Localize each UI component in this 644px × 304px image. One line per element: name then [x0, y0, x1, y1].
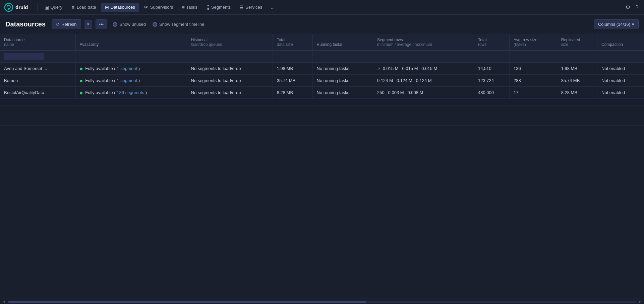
filter-compaction-cell	[597, 51, 644, 63]
datasources-table: Datasource name Availability Historical …	[0, 34, 644, 179]
cell-replicated-size-2: 8.28 MB	[557, 87, 597, 99]
availability-text-2: Fully available	[85, 90, 113, 95]
supervisors-icon: 👁	[144, 5, 149, 10]
nav-item-more-label: ...	[271, 5, 275, 10]
nav-item-more[interactable]: ...	[267, 3, 279, 12]
cell-compaction-0: Not enabled	[597, 63, 644, 75]
scroll-right-arrow[interactable]: ▶	[637, 300, 643, 303]
columns-chevron-icon: ▾	[632, 22, 634, 27]
filter-availability-cell	[75, 51, 187, 63]
columns-button[interactable]: Columns (14/16) ▾	[594, 19, 639, 29]
seg-avg-2: 0.003 M	[388, 90, 404, 95]
table-row[interactable]: Avon and Somerset ... Fully available ( …	[0, 63, 644, 75]
col-total-data-size: Total data size	[273, 34, 312, 51]
cell-segment-rows-2: 250 0.003 M 0.008 M	[373, 87, 474, 99]
show-segment-timeline-toggle[interactable]: Show segment timeline	[153, 22, 204, 27]
col-segment-rows: Segment rows minimum / average / maximum	[373, 34, 474, 51]
datasource-name-text-2: BristolAirQualityData	[4, 90, 44, 95]
horizontal-scrollbar: ◀ ▶	[0, 299, 644, 304]
col-compaction: Compaction	[597, 34, 644, 51]
nav-item-segments[interactable]: ⣿ Segments	[202, 3, 235, 12]
cell-historical-2: No segments to load/drop	[187, 87, 273, 99]
datasource-name-text-0: Avon and Somerset ...	[4, 66, 47, 71]
nav-item-query-label: Query	[51, 5, 62, 10]
col-datasource-name: Datasource name	[0, 34, 75, 51]
druid-logo-icon	[4, 3, 13, 12]
cell-historical-1: No segments to load/drop	[187, 75, 273, 87]
availability-link-2[interactable]: 186 segments	[117, 90, 144, 95]
cell-avg-row-size-0: 136	[510, 63, 557, 75]
availability-link-1[interactable]: 1 segment	[117, 78, 137, 83]
cell-total-rows-2: 480,000	[474, 87, 509, 99]
nav-item-supervisors[interactable]: 👁 Supervisors	[140, 3, 177, 12]
topnav-right: ⚙ ?	[624, 3, 640, 12]
datasources-icon: ⊞	[105, 5, 109, 10]
availability-dot-1	[80, 80, 82, 82]
table-row[interactable]: BristolAirQualityData Fully available ( …	[0, 87, 644, 99]
empty-row-4	[0, 152, 644, 179]
filter-avg-row-size-cell	[510, 51, 557, 63]
availability-dot-2	[80, 92, 82, 94]
show-segment-timeline-label: Show segment timeline	[159, 22, 204, 27]
columns-label: Columns (14/16)	[598, 22, 630, 27]
seg-avg-1: 0.124 M	[397, 78, 412, 83]
nav-item-datasources-label: Datasources	[111, 5, 135, 10]
page-header: Datasources ↺ Refresh ▾ ••• Show unused …	[0, 15, 644, 34]
seg-min-0: 0.015 M	[383, 66, 399, 71]
nav-item-services[interactable]: ☰ Services	[235, 3, 266, 12]
empty-row-3	[0, 126, 644, 152]
availability-text-0: Fully available	[85, 66, 113, 71]
cell-running-tasks-2: No running tasks	[312, 87, 373, 99]
more-options-button[interactable]: •••	[96, 19, 108, 29]
nav-item-supervisors-label: Supervisors	[150, 5, 173, 10]
empty-row-2	[0, 105, 644, 126]
scroll-left-arrow[interactable]: ◀	[1, 300, 7, 303]
cell-compaction-2: Not enabled	[597, 87, 644, 99]
refresh-button[interactable]: ↺ Refresh	[52, 19, 81, 29]
nav-item-segments-label: Segments	[211, 5, 231, 10]
nav-item-datasources[interactable]: ⊞ Datasources	[101, 3, 139, 12]
logo[interactable]: druid	[4, 3, 28, 12]
cell-total-rows-1: 123,724	[474, 75, 509, 87]
availability-link-0[interactable]: 1 segment	[117, 66, 137, 71]
nav-items: ▣ Query ⬆ Load data ⊞ Datasources 👁 Supe…	[41, 3, 625, 12]
table-container: Datasource name Availability Historical …	[0, 34, 644, 299]
cell-availability-1: Fully available ( 1 segment )	[75, 75, 187, 87]
refresh-icon: ↺	[56, 22, 60, 27]
filter-replicated-cell	[557, 51, 597, 63]
arrow-icon-0: ↗	[377, 67, 380, 71]
nav-item-load-data[interactable]: ⬆ Load data	[67, 3, 100, 12]
cell-datasource-name-0: Avon and Somerset ...	[0, 63, 75, 75]
nav-item-tasks[interactable]: ≡ Tasks	[178, 3, 201, 12]
cell-availability-0: Fully available ( 1 segment )	[75, 63, 187, 75]
svg-point-1	[8, 8, 10, 10]
cell-data-size-1: 35.74 MB	[273, 75, 312, 87]
filter-row	[0, 51, 644, 63]
page-title: Datasources	[5, 20, 46, 28]
filter-datasource-name-cell	[0, 51, 75, 63]
scroll-track[interactable]	[8, 301, 636, 303]
seg-avg-0: 0.015 M	[402, 66, 418, 71]
help-icon[interactable]: ?	[634, 3, 640, 12]
filter-datasource-name-input[interactable]	[4, 53, 44, 60]
load-data-icon: ⬆	[71, 5, 75, 10]
seg-max-2: 0.008 M	[407, 90, 423, 95]
scroll-thumb	[8, 301, 366, 303]
nav-item-query[interactable]: ▣ Query	[41, 3, 66, 12]
tasks-icon: ≡	[182, 5, 184, 10]
cell-data-size-0: 1.98 MB	[273, 63, 312, 75]
show-unused-toggle[interactable]: Show unused	[113, 22, 146, 27]
col-replicated-size: Replicated size	[557, 34, 597, 51]
seg-min-2: 250	[377, 90, 385, 95]
cell-segment-rows-0: ↗ 0.015 M 0.015 M 0.015 M	[373, 63, 474, 75]
refresh-caret-button[interactable]: ▾	[84, 20, 92, 29]
logo-text: druid	[15, 4, 28, 10]
table-header-row: Datasource name Availability Historical …	[0, 34, 644, 51]
settings-icon[interactable]: ⚙	[624, 3, 632, 12]
chevron-down-icon: ▾	[87, 22, 89, 26]
filter-total-rows-cell	[474, 51, 509, 63]
seg-max-1: 0.124 M	[416, 78, 432, 83]
cell-data-size-2: 8.28 MB	[273, 87, 312, 99]
table-row[interactable]: Bomen Fully available ( 1 segment ) No s…	[0, 75, 644, 87]
show-unused-circle	[113, 22, 117, 27]
